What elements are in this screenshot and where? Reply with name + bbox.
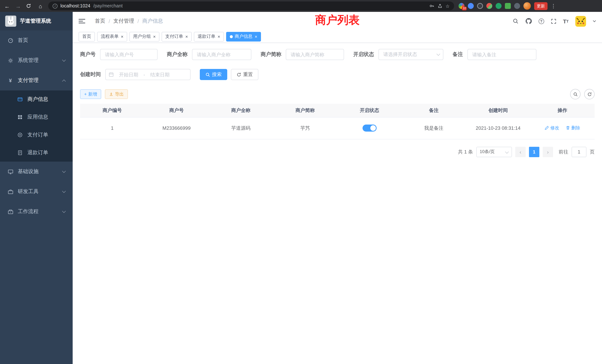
sidebar-item-app-info[interactable]: 应用信息 — [0, 108, 73, 126]
page-size-select[interactable]: 10条/页 — [476, 147, 512, 157]
close-icon[interactable]: × — [185, 34, 188, 39]
cell-status — [337, 117, 402, 139]
page-button-1[interactable]: 1 — [529, 147, 539, 157]
reset-button[interactable]: 重置 — [231, 69, 258, 80]
close-icon[interactable]: × — [121, 34, 123, 39]
search-button[interactable]: 搜索 — [200, 69, 227, 80]
full-name-input[interactable] — [192, 49, 251, 60]
start-date-input[interactable] — [115, 71, 142, 78]
browser-home-icon[interactable]: ⌂ — [37, 3, 44, 9]
extension-icon[interactable] — [514, 3, 520, 9]
browser-menu-icon[interactable]: ⋮ — [551, 3, 556, 9]
cell-remark: 我是备注 — [402, 117, 466, 139]
col-status: 开启状态 — [337, 104, 402, 117]
sidebar-item-home[interactable]: 首页 — [0, 30, 73, 50]
sidebar-item-devtools[interactable]: 研发工具 — [0, 182, 73, 202]
grid-icon — [17, 115, 23, 120]
dashboard-icon — [7, 38, 13, 43]
sidebar-item-refund-order[interactable]: 退款订单 — [0, 144, 73, 162]
sidebar-item-merchant-info[interactable]: 商户信息 — [0, 90, 73, 108]
extension-badge: 10 — [462, 7, 467, 10]
help-icon[interactable]: ? — [538, 18, 544, 24]
sidebar-item-infrastructure[interactable]: 基础设施 — [0, 162, 73, 182]
chevron-up-icon — [62, 79, 66, 83]
font-size-icon[interactable]: TT — [563, 18, 569, 24]
close-icon[interactable]: × — [218, 34, 220, 39]
fullscreen-icon[interactable] — [551, 18, 556, 24]
tab-home[interactable]: 首页 — [79, 32, 95, 41]
status-select[interactable]: 请选择开启状态 — [378, 49, 443, 60]
sidebar-item-pay-order[interactable]: 支付订单 — [0, 126, 73, 144]
sidebar-item-system[interactable]: 系统管理 — [0, 50, 73, 70]
browser-profile-avatar[interactable] — [523, 2, 531, 10]
password-key-icon[interactable] — [429, 3, 434, 9]
bookmark-star-icon[interactable]: ☆ — [446, 3, 450, 9]
add-button[interactable]: + 新增 — [80, 89, 101, 99]
col-remark: 备注 — [402, 104, 466, 117]
avatar-caret-icon[interactable] — [593, 20, 596, 22]
refresh-icon[interactable] — [584, 89, 595, 99]
collapse-sidebar-icon[interactable] — [79, 19, 85, 23]
chevron-down-icon — [62, 209, 66, 213]
site-info-icon[interactable]: i — [53, 3, 57, 8]
sidebar-item-label: 退款订单 — [27, 149, 48, 156]
tab-refund-order[interactable]: 退款订单× — [194, 32, 224, 41]
filter-row-1: 商户号 商户全称 商户简称 开启状态 请选择开启状态 — [80, 49, 595, 60]
browser-reload-icon[interactable] — [26, 3, 33, 9]
extension-icon[interactable] — [505, 3, 511, 9]
browser-back-icon[interactable]: ← — [4, 3, 10, 9]
tab-merchant-info[interactable]: 商户信息× — [226, 32, 261, 41]
browser-forward-icon[interactable]: → — [15, 3, 22, 9]
col-merchant-id: 商户编号 — [80, 104, 144, 117]
sidebar-item-workflow[interactable]: 工作流程 — [0, 202, 73, 222]
tag-tabs-bar: 首页 流程表单× 用户分组× 支付订单× 退款订单× 商户信息× — [73, 30, 602, 43]
full-name-label: 商户全称 — [167, 51, 192, 58]
share-icon[interactable] — [437, 3, 443, 9]
end-date-input[interactable] — [147, 71, 173, 78]
delete-button[interactable]: 删除 — [566, 125, 580, 131]
extension-icon[interactable] — [496, 3, 502, 9]
extension-icon[interactable] — [486, 3, 492, 9]
chevron-down-icon — [505, 150, 509, 153]
close-icon[interactable]: × — [153, 34, 156, 39]
extension-icon[interactable]: 10 — [459, 3, 464, 9]
browser-update-button[interactable]: 更新 — [534, 2, 548, 10]
payment-submenu: 商户信息 应用信息 支付订单 — [0, 90, 73, 162]
cell-created: 2021-10-23 08:31:14 — [466, 117, 530, 139]
breadcrumb-separator: / — [138, 18, 139, 24]
search-icon[interactable] — [513, 18, 518, 24]
user-avatar[interactable] — [575, 16, 586, 26]
breadcrumb-current: 商户信息 — [142, 18, 163, 24]
github-icon[interactable] — [525, 18, 532, 24]
extension-icon[interactable] — [477, 3, 483, 9]
breadcrumb-separator: / — [109, 18, 110, 24]
tab-pay-order[interactable]: 支付订单× — [162, 32, 192, 41]
workflow-icon — [7, 209, 13, 214]
tab-user-group[interactable]: 用户分组× — [129, 32, 159, 41]
tab-process-form[interactable]: 流程表单× — [97, 32, 127, 41]
edit-button[interactable]: 修改 — [545, 125, 559, 131]
close-icon[interactable]: × — [255, 34, 257, 39]
goto-unit: 页 — [590, 149, 595, 155]
sidebar-item-label: 工作流程 — [18, 208, 39, 215]
short-name-input[interactable] — [286, 49, 344, 60]
export-button[interactable]: 导出 — [105, 89, 128, 99]
table-row: 1 M233666999 芋道源码 芋艿 我是备注 2021-10-23 08:… — [80, 117, 595, 139]
goto-page-input[interactable] — [572, 147, 586, 157]
extension-icon[interactable] — [468, 3, 474, 9]
merchant-no-input[interactable] — [100, 49, 158, 60]
prev-page-button[interactable]: ‹ — [515, 147, 526, 157]
address-bar[interactable]: i localhost:1024/pay/merchant ☆ — [48, 1, 454, 10]
sidebar-logo[interactable]: 芋道管理系统 — [0, 12, 73, 30]
next-page-button[interactable]: › — [543, 147, 553, 157]
sidebar-item-payment[interactable]: ¥ 支付管理 — [0, 70, 73, 90]
toolbox-icon — [7, 189, 13, 194]
breadcrumb-payment[interactable]: 支付管理 — [113, 18, 134, 24]
status-toggle[interactable] — [363, 125, 377, 132]
chevron-down-icon — [62, 58, 66, 62]
toggle-search-icon[interactable] — [570, 89, 580, 99]
filter-row-2: 创建时间 - 搜索 — [80, 69, 595, 80]
create-time-range-picker[interactable]: - — [105, 69, 191, 80]
breadcrumb-home[interactable]: 首页 — [95, 18, 105, 24]
remark-input[interactable] — [467, 49, 536, 60]
